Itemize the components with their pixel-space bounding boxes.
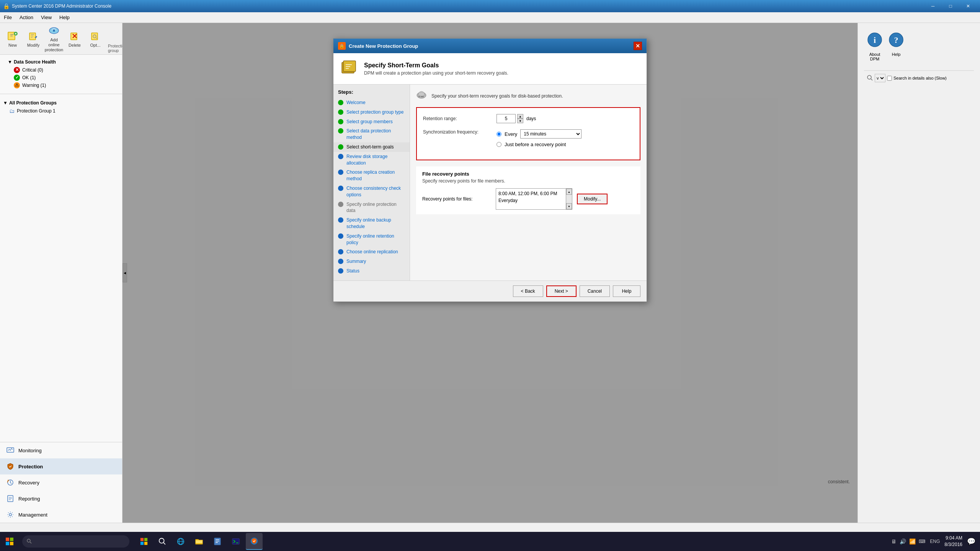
windows-icon: [140, 537, 148, 546]
step-online-backup[interactable]: Specify online backup schedule: [333, 215, 410, 231]
close-button[interactable]: ✕: [959, 1, 977, 11]
nav-reporting[interactable]: Reporting: [0, 491, 122, 507]
svg-rect-16: [418, 96, 420, 97]
modify-button[interactable]: Modify: [24, 30, 43, 47]
nav-recovery[interactable]: Recovery: [0, 474, 122, 491]
retention-down-button[interactable]: ▼: [517, 119, 523, 123]
sync-frequency-select[interactable]: 15 minutes 30 minutes 1 hour 2 hours 4 h…: [520, 129, 581, 139]
app-window: 🔒 System Center 2016 DPM Administrator C…: [0, 0, 980, 532]
keyboard-icon: ⌨: [919, 539, 925, 544]
about-label: AboutDPM: [867, 52, 882, 61]
recovery-label: Recovery: [18, 480, 39, 486]
menu-help[interactable]: Help: [56, 13, 74, 22]
notification-icon[interactable]: 💬: [967, 537, 975, 546]
nav-protection[interactable]: Protection: [0, 458, 122, 474]
scroll-track: [566, 195, 572, 203]
warning-icon: ⚠: [14, 82, 20, 88]
search-dropdown[interactable]: v: [875, 74, 885, 82]
taskbar-app-start[interactable]: [136, 533, 152, 550]
add-online-label: Add onlineprotection: [44, 37, 64, 53]
system-tray: 🖥 🔊 📶 ⌨: [891, 538, 925, 544]
add-online-button[interactable]: Add onlineprotection: [44, 24, 64, 53]
retention-value-input[interactable]: [497, 114, 516, 123]
data-source-header[interactable]: ▼ Data Source Health: [5, 58, 118, 66]
delete-button[interactable]: Delete: [65, 30, 84, 47]
start-button[interactable]: [0, 532, 19, 551]
step-summary[interactable]: Summary: [333, 257, 410, 266]
sync-before-radio[interactable]: [497, 142, 501, 147]
optimize-button[interactable]: Opt...: [86, 30, 105, 47]
protection-group-1[interactable]: 🗂 Protection Group 1: [0, 107, 122, 115]
step-status[interactable]: Status: [333, 266, 410, 276]
step-data-protection[interactable]: Select data protection method: [333, 126, 410, 142]
title-bar-controls: ─ □ ✕: [924, 1, 977, 11]
step-welcome[interactable]: Welcome: [333, 98, 410, 108]
retention-up-button[interactable]: ▲: [517, 114, 523, 119]
about-help-row: i AboutDPM ? Help: [864, 29, 974, 64]
menu-file[interactable]: File: [0, 13, 16, 22]
nav-management[interactable]: Management: [0, 507, 122, 523]
taskbar-clock[interactable]: 9:04 AM 8/3/2016: [944, 535, 962, 548]
step-consistency[interactable]: Choose consistency check options: [333, 184, 410, 200]
group-label: Protection Group 1: [17, 108, 56, 114]
dialog-title-bar: 🔒 Create New Protection Group ✕: [333, 39, 647, 53]
search-icon: [867, 75, 873, 81]
step-select-members[interactable]: Select group members: [333, 117, 410, 127]
group-icon: 🗂: [9, 108, 15, 114]
svg-rect-26: [10, 542, 13, 545]
next-button[interactable]: Next >: [546, 285, 577, 297]
step-select-type[interactable]: Select protection group type: [333, 108, 410, 117]
taskbar-app-terminal[interactable]: [227, 533, 244, 550]
optimize-icon: [89, 30, 101, 42]
scroll-down-button[interactable]: ▼: [566, 203, 572, 209]
data-source-title: Data Source Health: [14, 59, 56, 65]
days-label: days: [526, 116, 536, 121]
status-ok[interactable]: ✓ OK (1): [5, 74, 118, 82]
help-button-right[interactable]: ? Help: [889, 32, 904, 61]
svg-point-4: [53, 29, 55, 32]
menu-action[interactable]: Action: [16, 13, 37, 22]
taskbar-search[interactable]: [22, 535, 129, 548]
sync-before-row: Just before a recovery point: [497, 142, 581, 147]
step-online-data[interactable]: Specify online protection data: [333, 200, 410, 216]
form-panel: Specify your short-term recovery goals f…: [410, 85, 647, 280]
title-bar-text: System Center 2016 DPM Administrator Con…: [12, 3, 924, 9]
step-short-term[interactable]: Select short-term goals: [333, 142, 410, 152]
menu-view[interactable]: View: [37, 13, 56, 22]
step-label-status: Status: [346, 268, 359, 274]
step-online-retention[interactable]: Specify online retention policy: [333, 231, 410, 248]
cancel-button[interactable]: Cancel: [580, 285, 610, 297]
minimize-button[interactable]: ─: [924, 1, 942, 11]
taskbar-app-dpm[interactable]: [246, 533, 263, 550]
step-label-welcome: Welcome: [346, 99, 366, 106]
sidebar-spacer: [0, 116, 122, 442]
help-button[interactable]: Help: [613, 285, 640, 297]
sync-every-radio[interactable]: [497, 132, 501, 137]
protection-groups-header[interactable]: ▼ All Protection Groups: [0, 99, 122, 107]
scroll-up-button[interactable]: ▲: [566, 189, 572, 195]
step-replica[interactable]: Choose replica creation method: [333, 168, 410, 184]
center-panel: ◀ consistent. 🔒 Create New Protection Gr…: [122, 23, 858, 523]
search-details-checkbox[interactable]: [887, 76, 892, 81]
taskbar-app-ie[interactable]: [172, 533, 189, 550]
dialog-close-button[interactable]: ✕: [634, 42, 642, 50]
nav-monitoring[interactable]: Monitoring: [0, 442, 122, 458]
about-dpm-button[interactable]: i AboutDPM: [867, 32, 882, 61]
modify-button[interactable]: Modify...: [577, 194, 608, 204]
taskbar-app-explorer[interactable]: [191, 533, 207, 550]
svg-rect-23: [6, 538, 9, 541]
taskbar-app-search[interactable]: [154, 533, 171, 550]
step-online-replication[interactable]: Choose online replication: [333, 247, 410, 257]
step-label-type: Select protection group type: [346, 109, 403, 116]
taskbar-app-notes[interactable]: [209, 533, 226, 550]
status-critical[interactable]: ✕ Critical (0): [5, 66, 118, 74]
step-disk-storage[interactable]: Review disk storage allocation: [333, 152, 410, 168]
taskbar-time-text: 9:04 AM: [944, 535, 962, 541]
add-online-icon: [48, 24, 60, 37]
svg-rect-2: [29, 33, 36, 40]
protection-icon: [6, 462, 15, 471]
back-button[interactable]: < Back: [513, 285, 543, 297]
status-warning[interactable]: ⚠ Warning (1): [5, 82, 118, 89]
maximize-button[interactable]: □: [942, 1, 959, 11]
new-button[interactable]: New: [3, 30, 22, 47]
